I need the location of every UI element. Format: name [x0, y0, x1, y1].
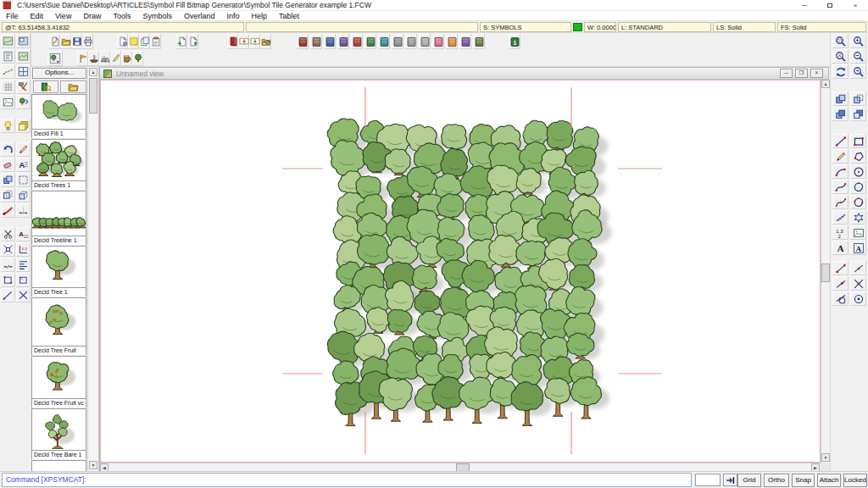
image-setup[interactable]	[1, 95, 15, 109]
menu-item-symbols[interactable]: Symbols	[136, 11, 178, 21]
print-drawing[interactable]	[82, 34, 93, 49]
fractal-path[interactable]	[832, 210, 849, 225]
symbol-catalog-button[interactable]	[337, 34, 349, 49]
vertical-scrollbar-thumb[interactable]	[821, 263, 830, 282]
catalog-tools[interactable]	[260, 34, 271, 49]
smooth-path[interactable]	[832, 180, 849, 194]
flag-symbols[interactable]	[77, 51, 88, 66]
locked-toggle-button[interactable]: Locked	[843, 474, 867, 487]
drawing-tools[interactable]	[16, 80, 31, 94]
command-input[interactable]: Command [XPSYMCAT]:	[2, 473, 692, 487]
insert-bitmap[interactable]	[850, 225, 866, 240]
scroll-up-icon[interactable]: ▲	[821, 80, 830, 88]
symbol-catalog-button[interactable]	[324, 34, 336, 49]
save-drawing[interactable]	[71, 34, 82, 49]
tile-button-1[interactable]: 1	[509, 34, 520, 49]
copy-sheet[interactable]	[139, 34, 150, 49]
redraw[interactable]	[832, 64, 849, 79]
catalog-options-button[interactable]: Options...	[32, 68, 86, 79]
break-entity[interactable]	[1, 258, 15, 272]
quill-symbols[interactable]	[110, 51, 121, 66]
explode[interactable]	[1, 242, 15, 257]
view-minimize-button[interactable]: ─	[780, 69, 793, 78]
snap-intersection[interactable]	[850, 276, 866, 291]
catalog-load-prev[interactable]	[238, 34, 249, 49]
maximize-button[interactable]	[817, 0, 843, 11]
symbol-tile[interactable]: Decid Tree Fruit vc b	[31, 356, 86, 408]
send-to-back[interactable]	[850, 107, 866, 121]
attach-toggle-button[interactable]: Attach	[817, 474, 841, 487]
view-titlebar[interactable]: Unnamed view ─ ❐ ×	[100, 68, 828, 80]
symbol-tile[interactable]: Decid Trees 1	[31, 139, 86, 190]
tavern-symbols[interactable]	[121, 51, 132, 66]
view-close-button[interactable]: ×	[810, 69, 823, 78]
reshape-box[interactable]	[16, 273, 31, 287]
text-properties[interactable]: A	[850, 241, 866, 255]
symbol-tile[interactable]: Decid Tree 1	[31, 246, 86, 297]
grid-settings[interactable]	[1, 80, 15, 94]
intersect-cross[interactable]	[16, 288, 31, 302]
symbol-catalog-button[interactable]	[310, 34, 322, 49]
edit-values[interactable]: A123	[16, 227, 31, 241]
symbol-field[interactable]: S: SYMBOLS	[480, 22, 571, 32]
trim-scissors[interactable]	[1, 227, 15, 241]
close-button[interactable]: ×	[843, 0, 868, 11]
menu-item-help[interactable]: Help	[245, 11, 273, 21]
erase[interactable]	[1, 158, 15, 172]
clipboard-paste[interactable]	[850, 92, 866, 106]
extract-part[interactable]	[187, 34, 198, 49]
symbol-catalog-button[interactable]	[351, 34, 363, 49]
symbol-catalog-button[interactable]	[364, 34, 376, 49]
ortho-toggle-button[interactable]: Ortho	[764, 474, 789, 487]
snap-nearest[interactable]	[832, 276, 849, 291]
snap-toggle-button[interactable]: Snap	[792, 474, 815, 487]
sheets[interactable]	[16, 119, 31, 133]
menu-item-file[interactable]: File	[0, 11, 25, 21]
color-indicator[interactable]	[573, 23, 582, 31]
text[interactable]: A	[832, 241, 849, 255]
catalog-load-next[interactable]	[249, 34, 260, 49]
symbol-tile[interactable]: Decid Tree Bare 1	[31, 408, 86, 459]
tracking-field[interactable]	[695, 474, 721, 486]
terrain-map[interactable]	[16, 49, 31, 64]
symbol-catalog-button[interactable]	[419, 34, 431, 49]
mountain-symbols[interactable]	[99, 51, 110, 66]
undo[interactable]	[1, 142, 15, 157]
coordinates-xy[interactable]: x,y	[16, 242, 31, 257]
polygon[interactable]	[850, 149, 866, 164]
minimize-button[interactable]: ─	[792, 0, 817, 11]
snap-endpoint[interactable]	[832, 261, 849, 275]
number-labels[interactable]: 1,32	[832, 225, 849, 240]
line[interactable]	[832, 134, 849, 148]
menu-item-info[interactable]: Info	[220, 11, 245, 21]
scroll-down-icon[interactable]: ▼	[821, 453, 830, 462]
vegetation-symbols[interactable]	[132, 51, 143, 66]
width-field[interactable]: W: 0.00000	[584, 22, 616, 32]
spline-polygon[interactable]	[850, 195, 866, 209]
vessel-symbols[interactable]	[88, 51, 99, 66]
symbol-catalog-button[interactable]	[473, 34, 485, 49]
clipboard-copy[interactable]	[832, 92, 849, 106]
measure-line[interactable]	[1, 288, 15, 302]
align-lines[interactable]	[16, 258, 31, 272]
zoom-last[interactable]	[850, 64, 866, 79]
catalog-scrollbar-thumb[interactable]	[89, 78, 97, 114]
drawing-specs[interactable]	[1, 49, 15, 64]
vertical-scrollbar[interactable]: ▲ ▼	[821, 80, 830, 463]
circle[interactable]	[850, 164, 866, 179]
tiled-windows[interactable]	[16, 64, 31, 79]
layer-field[interactable]: L: STANDARD	[618, 22, 711, 32]
line-style-field[interactable]: LS: Solid	[713, 22, 776, 32]
menu-item-tablet[interactable]: Tablet	[273, 11, 305, 21]
bring-to-front[interactable]	[832, 107, 849, 121]
menu-item-edit[interactable]: Edit	[25, 11, 50, 21]
spline-path[interactable]	[832, 195, 849, 209]
offset-copy[interactable]	[1, 188, 15, 202]
lamp-redraw[interactable]	[1, 119, 15, 133]
symbol-tile[interactable]: Decid Tree Fruit	[31, 297, 86, 355]
menu-item-view[interactable]: View	[49, 11, 77, 21]
symbol-tile[interactable]: Decid Treeline 1	[31, 191, 86, 245]
symbol-catalog-button[interactable]	[432, 34, 444, 49]
fractal-polygon[interactable]	[850, 210, 866, 225]
zoom-window[interactable]	[832, 34, 849, 48]
